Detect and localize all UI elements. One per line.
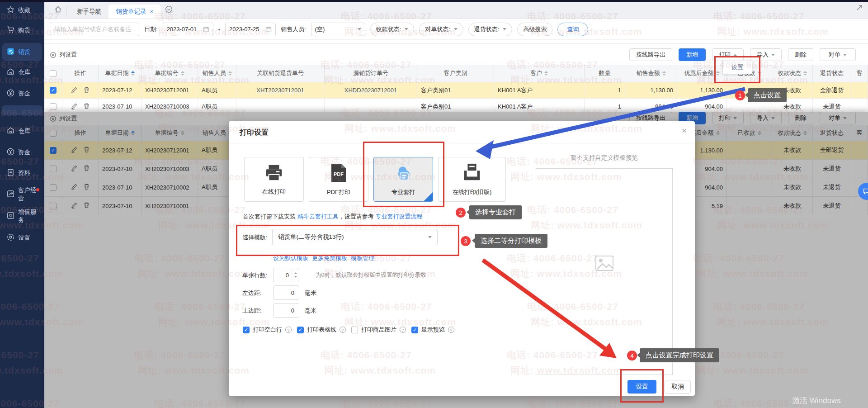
return-order-link[interactable]: XHT20230712001 — [256, 87, 304, 94]
table-row[interactable]: ✓2023-07-12XH20230712001A职员XHT2023071200… — [44, 82, 868, 99]
rows-per-page-stepper[interactable]: 0 — [273, 268, 299, 282]
column-header-4[interactable]: 关联销货退货单号 — [236, 65, 325, 82]
sidebar-item-funds[interactable]: 资金 — [2, 143, 42, 161]
sidebar-item-funds[interactable]: 资金 — [2, 85, 42, 103]
confirm-label: 设置 — [636, 383, 648, 390]
print-table-lines-checkbox[interactable]: ✓ — [297, 327, 304, 333]
advanced-search-button[interactable]: 高级搜索 — [517, 23, 552, 36]
print-product-images-checkbox[interactable] — [351, 327, 358, 333]
sidebar-item-warehouse[interactable]: 仓库 — [2, 122, 42, 140]
docs-icon — [6, 168, 15, 178]
export-by-route-button[interactable]: 按线路导出 — [629, 48, 672, 61]
close-icon[interactable]: × — [682, 126, 687, 136]
sidebar-item-value-added-services[interactable]: 增值服务 — [2, 207, 42, 225]
stepper-arrows[interactable] — [292, 268, 299, 282]
sort-icon[interactable] — [758, 71, 761, 76]
column-settings-button[interactable]: 列设置 — [50, 51, 77, 59]
query-button[interactable]: 查询 — [557, 23, 588, 36]
sidebar-item-purchase[interactable]: 购货 — [2, 21, 42, 39]
sort-icon[interactable] — [544, 71, 548, 76]
sort-icon[interactable] — [228, 71, 232, 76]
more-free-templates-link[interactable]: 更多免费模板 — [312, 254, 347, 262]
print-option-cloud-print[interactable]: 专业套打 — [373, 157, 433, 202]
delete-icon[interactable] — [83, 103, 90, 111]
edit-icon[interactable] — [71, 103, 78, 111]
confirm-settings-button[interactable]: 设置 — [627, 380, 656, 394]
column-header-6[interactable]: 客户类别 — [417, 65, 494, 82]
row-actions — [66, 103, 94, 111]
column-header-5[interactable]: 源销货订单号 — [325, 65, 417, 82]
column-header-1[interactable]: 单据日期 — [99, 65, 142, 82]
window-corner-icon[interactable] — [856, 4, 863, 13]
set-default-template-link[interactable]: 设为默认模版 — [273, 254, 308, 262]
install-tool-link[interactable]: 精斗云套打工具 — [297, 213, 339, 220]
home-icon[interactable] — [54, 5, 62, 15]
print-menu-item-settings[interactable]: 设置 — [722, 61, 752, 74]
cancel-button[interactable]: 取消 — [665, 380, 691, 394]
column-header-10[interactable]: 优惠后金额 — [677, 65, 727, 82]
sidebar-item-favorites[interactable]: 收藏 — [2, 1, 42, 19]
reconcile-button[interactable]: 对单 — [820, 48, 856, 61]
column-header-12[interactable]: 收款状态 — [772, 65, 813, 82]
print-blank-rows-checkbox[interactable]: ✓ — [243, 327, 250, 333]
cell-value: XH20230710003 — [145, 103, 189, 110]
help-icon[interactable]: ? — [448, 327, 454, 333]
show-preview-checkbox[interactable]: ✓ — [411, 327, 418, 333]
delete-button[interactable]: 删除 — [788, 48, 813, 61]
sidebar-item-warehouse[interactable]: 仓库 — [2, 63, 42, 81]
top-margin-input[interactable]: 0 — [273, 303, 299, 318]
print-option-pdf-file[interactable]: PDFPDF打印 — [309, 157, 368, 202]
sort-icon[interactable] — [803, 71, 807, 76]
template-select[interactable]: 销货单(二等分含税13行) — [272, 229, 438, 245]
column-header-3[interactable]: 销售人员 — [198, 65, 236, 82]
import-button[interactable]: 导入 — [750, 48, 782, 61]
column-header-9[interactable]: 销售金额 — [625, 65, 677, 82]
print-option-printer-legacy[interactable]: 在线打印(旧版) — [438, 157, 506, 202]
sort-icon[interactable] — [716, 71, 720, 76]
print-button[interactable]: 打印 — [712, 48, 744, 61]
sidebar-item-data[interactable]: 资料 — [2, 164, 42, 182]
sidebar-item-settings[interactable]: 设置 — [2, 229, 42, 247]
filter-dropdown-label: 收款状态: — [376, 25, 401, 33]
source-order-link[interactable]: XHDD20230712001 — [344, 87, 397, 94]
filter-dropdown-2[interactable]: 退货状态: — [468, 23, 513, 36]
help-icon[interactable]: ? — [340, 327, 346, 333]
edit-icon[interactable] — [71, 86, 78, 95]
row-checkbox[interactable] — [50, 103, 57, 110]
column-header-14[interactable]: 客 — [851, 65, 868, 82]
row-checkbox[interactable]: ✓ — [50, 87, 57, 94]
column-header-13[interactable]: 退货状态 — [813, 65, 851, 82]
salesperson-select[interactable]: (空) — [311, 23, 365, 36]
column-header-0[interactable]: 操作 — [62, 65, 99, 82]
tab-guide[interactable]: 新手导航 — [70, 5, 108, 19]
sidebar-item-customer-ops[interactable]: 客户经营 — [2, 185, 42, 204]
salesperson-value: (空) — [315, 25, 325, 33]
column-header-7[interactable]: 客户 — [494, 65, 585, 82]
tab-close-icon[interactable]: × — [150, 8, 154, 15]
date-from-input[interactable]: 2023-07-01 — [163, 23, 213, 36]
sidebar-item-sales[interactable]: 销货 — [2, 43, 42, 61]
sort-icon[interactable] — [662, 71, 666, 76]
date-to-input[interactable]: 2023-07-25 — [225, 23, 276, 36]
column-header-8[interactable]: 数量 — [585, 65, 625, 82]
setup-guide-link[interactable]: 专业套打设置流程 — [375, 213, 422, 220]
select-all-checkbox[interactable] — [50, 70, 57, 77]
print-option-printer[interactable]: 在线打印 — [244, 157, 304, 202]
template-manage-link[interactable]: 模板管理 — [351, 254, 374, 262]
cell-value: 客户类别01 — [421, 103, 451, 111]
left-margin-input[interactable]: 0 — [273, 285, 299, 300]
sort-icon[interactable] — [131, 71, 135, 76]
column-header-2[interactable]: 单据编号 — [142, 65, 198, 82]
add-button[interactable]: 新增 — [679, 48, 706, 61]
help-icon[interactable]: ? — [285, 327, 292, 333]
chevron-down-icon — [405, 28, 408, 30]
sort-icon[interactable] — [181, 71, 184, 76]
filter-dropdown-0[interactable]: 收款状态: — [370, 23, 415, 36]
tab-list-icon[interactable] — [165, 5, 173, 15]
filter-dropdown-1[interactable]: 对单状态: — [419, 23, 463, 36]
delete-icon[interactable] — [83, 86, 90, 95]
help-icon[interactable]: ? — [400, 327, 406, 333]
tab-sales-records[interactable]: 销货单记录× — [108, 5, 160, 19]
sidebar-item-label: 仓库 — [18, 127, 30, 135]
search-input[interactable] — [54, 25, 135, 33]
